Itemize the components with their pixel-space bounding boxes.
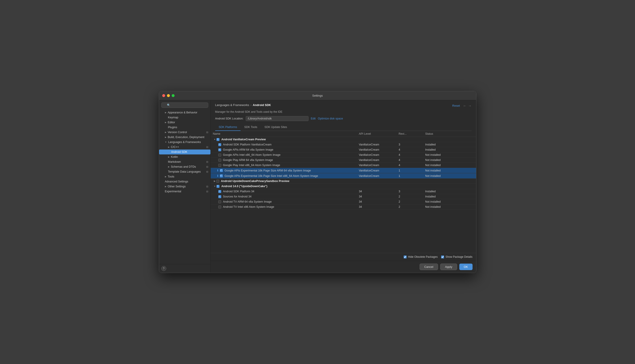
checkbox-unchecked[interactable] xyxy=(216,180,219,183)
sdk-location-row: Android SDK Location: Edit Optimize disk… xyxy=(215,116,472,121)
checkbox-unchecked[interactable] xyxy=(218,164,221,167)
checkbox-checked[interactable] xyxy=(218,148,221,151)
download-icon: ⬇ xyxy=(216,174,219,178)
show-package-checkbox[interactable] xyxy=(441,256,444,258)
close-button[interactable] xyxy=(162,94,165,97)
sidebar-item-cpp[interactable]: ▶ C/C++ ⊟ xyxy=(159,144,210,150)
sdk-description: Manager for the Android SDK and Tools us… xyxy=(215,110,472,114)
row-name: Android SDK Platform VanillaIceCream xyxy=(223,143,272,146)
tab-sdk-tools[interactable]: SDK Tools xyxy=(240,124,261,131)
sidebar-item-template[interactable]: Template Data Languages ⊟ xyxy=(159,169,210,174)
hide-obsolete-option[interactable]: Hide Obsolete Packages xyxy=(404,255,438,258)
row-name: Google Play ARM 64 v8a System Image xyxy=(223,158,273,162)
page-icon: ⊟ xyxy=(206,131,208,134)
checkbox-checked[interactable] xyxy=(220,174,223,177)
search-input[interactable] xyxy=(161,102,208,108)
tab-sdk-platforms[interactable]: SDK Platforms xyxy=(215,124,241,131)
sidebar-item-keymap[interactable]: Keymap xyxy=(159,115,210,120)
table-row[interactable]: ▼ Android 14.0 ("UpsideDownCake") xyxy=(211,184,476,189)
sidebar-item-version-control[interactable]: ▶ Version Control ⊟ xyxy=(159,130,210,135)
sidebar-item-android-sdk[interactable]: Android SDK xyxy=(159,150,210,154)
table-row[interactable]: ▶ Android UpsideDownCakePrivacySandbox P… xyxy=(211,179,476,184)
sdk-location-optimize[interactable]: Optimize disk space xyxy=(318,117,343,120)
sidebar-item-other[interactable]: ▶ Other Settings ⊟ xyxy=(159,184,210,189)
sidebar-item-label: C/C++ xyxy=(171,146,179,148)
sidebar-item-kotlin[interactable]: ▶ Kotlin xyxy=(159,154,210,159)
row-name: Google APIs Intel x86_64 Atom System Ima… xyxy=(223,153,280,156)
row-rev: 4 xyxy=(397,163,423,168)
col-header-status: Status xyxy=(423,131,476,137)
row-api: VanillaIceCream xyxy=(357,147,396,152)
sidebar-item-editor[interactable]: ▶ Editor xyxy=(159,120,210,125)
reset-button[interactable]: Reset xyxy=(452,104,460,107)
hide-obsolete-checkbox[interactable] xyxy=(404,256,407,258)
table-row[interactable]: Sources for Android 34 34 2 Installed xyxy=(211,194,476,199)
table-row[interactable]: ▼ Android VanillaIceCream Preview xyxy=(211,137,476,142)
chevron-right-icon: ▶ xyxy=(165,121,166,124)
back-arrow[interactable]: ← xyxy=(463,104,466,108)
sidebar-item-label: Appearance & Behavior xyxy=(168,111,197,114)
col-header-api: API Level xyxy=(357,131,396,137)
sdk-location-input[interactable] xyxy=(246,116,308,121)
row-name: Google Play Intel x86_64 Atom System Ima… xyxy=(223,164,280,167)
sdk-location-edit[interactable]: Edit xyxy=(311,117,316,120)
sidebar-footer: ? xyxy=(159,264,210,273)
checkbox-checked[interactable] xyxy=(220,169,223,172)
checkbox-unchecked[interactable] xyxy=(218,200,221,203)
download-icon: ⬇ xyxy=(216,169,219,172)
sidebar-item-label: Version Control xyxy=(168,131,187,134)
sidebar-item-languages[interactable]: ▼ Languages & Frameworks xyxy=(159,140,210,144)
chevron-right-icon: ▶ xyxy=(165,185,166,188)
row-name: Android UpsideDownCakePrivacySandbox Pre… xyxy=(221,180,289,183)
sidebar-item-label: Schemas and DTDs xyxy=(171,165,196,168)
page-icon: ⊟ xyxy=(206,190,208,193)
table-row[interactable]: Android SDK Platform 34 34 3 Installed xyxy=(211,189,476,194)
sidebar-item-markdown[interactable]: Markdown ⊟ xyxy=(159,159,210,164)
row-name: Android 14.0 ("UpsideDownCake") xyxy=(221,185,267,188)
sidebar-item-label: Other Settings xyxy=(168,185,186,188)
table-row[interactable]: Google APIs ARM 64 v8a System Image Vani… xyxy=(211,147,476,152)
show-package-label: Show Package Details xyxy=(445,255,472,258)
sidebar-item-build[interactable]: ▶ Build, Execution, Deployment xyxy=(159,135,210,140)
cancel-button[interactable]: Cancel xyxy=(420,264,438,270)
checkbox-unchecked[interactable] xyxy=(218,154,221,156)
sidebar-item-plugins[interactable]: Plugins xyxy=(159,125,210,130)
minimize-button[interactable] xyxy=(167,94,170,97)
row-name: Google APIs ARM 64 v8a System Image xyxy=(223,148,273,151)
table-row[interactable]: ⬇ Google APIs Experimental 16k Page Size… xyxy=(211,168,476,173)
maximize-button[interactable] xyxy=(172,94,175,97)
row-api: VanillaIceCream xyxy=(357,163,396,168)
sidebar-item-label: Markdown xyxy=(168,160,181,164)
table-row[interactable]: Android SDK Platform VanillaIceCream Van… xyxy=(211,142,476,147)
row-status xyxy=(423,184,476,189)
ok-button[interactable]: OK xyxy=(459,264,473,270)
help-button[interactable]: ? xyxy=(161,266,166,271)
sidebar-item-tools[interactable]: ▶ Tools xyxy=(159,174,210,179)
checkbox-mixed[interactable] xyxy=(216,185,219,188)
breadcrumb-parent[interactable]: Languages & Frameworks xyxy=(215,103,249,107)
checkbox-checked[interactable] xyxy=(218,190,221,193)
sidebar-item-appearance[interactable]: ▶ Appearance & Behavior xyxy=(159,110,210,115)
table-row[interactable]: Google APIs Intel x86_64 Atom System Ima… xyxy=(211,152,476,158)
sidebar-item-schemas[interactable]: ▶ Schemas and DTDs ⊟ xyxy=(159,164,210,169)
checkbox-mixed[interactable] xyxy=(216,138,219,141)
checkbox-checked[interactable] xyxy=(218,143,221,146)
forward-arrow[interactable]: → xyxy=(468,104,472,108)
checkbox-checked[interactable] xyxy=(218,195,221,198)
sdk-table: Name API Level Revi... Status ▼ xyxy=(211,131,476,210)
checkbox-unchecked[interactable] xyxy=(218,206,221,208)
show-package-option[interactable]: Show Package Details xyxy=(441,255,472,258)
table-row[interactable]: Android TV Intel x86 Atom System Image 3… xyxy=(211,204,476,210)
checkbox-unchecked[interactable] xyxy=(218,159,221,162)
table-row[interactable]: Google Play Intel x86_64 Atom System Ima… xyxy=(211,163,476,168)
expand-icon: ▼ xyxy=(214,138,216,140)
sidebar-item-advanced[interactable]: Advanced Settings xyxy=(159,179,210,184)
tab-sdk-update-sites[interactable]: SDK Update Sites xyxy=(261,124,291,131)
table-row[interactable]: Google Play ARM 64 v8a System Image Vani… xyxy=(211,158,476,163)
col-header-rev: Revi... xyxy=(397,131,423,137)
page-icon: ⊟ xyxy=(206,146,208,148)
table-row[interactable]: ⬇ Google APIs Experimental 16k Page Size… xyxy=(211,173,476,179)
table-row[interactable]: Android TV ARM 64 v8a System Image 34 2 … xyxy=(211,199,476,204)
apply-button[interactable]: Apply xyxy=(440,264,457,270)
sidebar-item-experimental[interactable]: Experimental ⊟ xyxy=(159,189,210,194)
